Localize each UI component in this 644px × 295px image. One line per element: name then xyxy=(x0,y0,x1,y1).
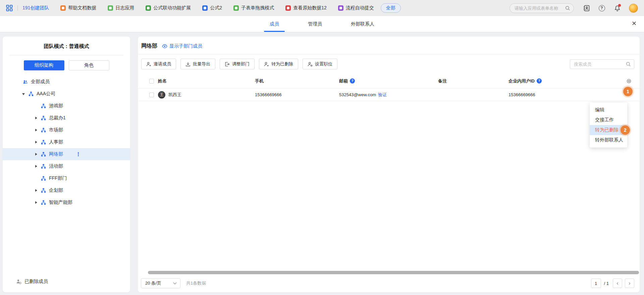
tree-item-aaa-company[interactable]: AAA公司 xyxy=(3,88,130,100)
tree-item-marketing-dept[interactable]: 市场部 xyxy=(3,124,130,136)
app-icon xyxy=(60,5,66,11)
column-settings[interactable] xyxy=(622,78,632,84)
set-position-label: 设置职位 xyxy=(315,61,332,67)
horizontal-scrollbar[interactable] xyxy=(148,271,639,274)
global-search[interactable] xyxy=(509,3,574,13)
caret-right-icon[interactable] xyxy=(35,165,38,168)
app-header: 191创建团队 帮助文档数据 日志应用 公式联动功能扩展 公式2 子表单拖拽模式 xyxy=(0,0,644,16)
batch-export-button[interactable]: 批量导出 xyxy=(180,59,215,69)
row-context-menu: 编辑 交接工作 转为已删除 转外部联系人 xyxy=(590,103,627,148)
set-position-button[interactable]: 设置职位 xyxy=(303,59,337,69)
menu-item-to-external-contact[interactable]: 转外部联系人 xyxy=(590,135,627,145)
user-id-help-icon[interactable]: ? xyxy=(537,78,542,83)
department-icon xyxy=(41,140,46,145)
caret-right-icon[interactable] xyxy=(35,140,38,144)
tree-item-network-dept[interactable]: 网络部 ⋮ xyxy=(3,148,130,160)
tree-item-label: AAA公司 xyxy=(37,91,55,97)
nav-item-label: 帮助文档数据 xyxy=(68,5,96,11)
app-icon xyxy=(108,5,113,11)
menu-item-handover-work[interactable]: 交接工作 xyxy=(590,115,627,125)
notification-bell-icon[interactable] xyxy=(613,4,621,12)
column-header-name: 姓名 xyxy=(158,78,255,84)
caret-down-icon[interactable] xyxy=(22,92,25,96)
nav-item-formula2[interactable]: 公式2 xyxy=(202,5,222,11)
app-icon xyxy=(338,5,343,11)
member-search-input[interactable] xyxy=(574,62,626,67)
members-panel-header: 网络部 显示子部门成员 xyxy=(138,37,640,54)
nav-item-subform-drag[interactable]: 子表单拖拽模式 xyxy=(233,5,274,11)
role-button[interactable]: 角色 xyxy=(69,60,109,70)
page-number-input[interactable]: 1 xyxy=(591,279,601,288)
tab-label: 管理员 xyxy=(308,21,322,27)
all-apps-pill[interactable]: 全部 xyxy=(381,3,401,13)
caret-right-icon[interactable] xyxy=(35,189,38,192)
tree-item-label: 智能产能部 xyxy=(49,199,72,205)
member-search[interactable] xyxy=(570,59,634,69)
tree-item-activity-dept[interactable]: 活动部 xyxy=(3,160,130,172)
row-checkbox[interactable] xyxy=(149,93,154,97)
verify-email-link[interactable]: 验证 xyxy=(378,92,387,98)
contacts-book-icon[interactable] xyxy=(583,4,590,12)
member-user-id: 15366669666 xyxy=(508,92,622,97)
member-row[interactable]: 王 凯西王 15366669666 532543@wew.com 验证 1536… xyxy=(138,88,640,101)
user-avatar[interactable] xyxy=(629,4,638,13)
app-grid-icon[interactable] xyxy=(6,5,13,11)
tab-members[interactable]: 成员 xyxy=(268,16,281,32)
caret-right-icon[interactable] xyxy=(35,153,38,156)
select-all-checkbox[interactable] xyxy=(149,79,154,83)
tree-item-all-members[interactable]: 全部成员 xyxy=(3,76,130,88)
person-plus-icon xyxy=(146,62,151,67)
nav-item-raw-data[interactable]: 查看原始数据12 xyxy=(285,5,327,11)
tree-item-hr-dept[interactable]: 人事部 xyxy=(3,136,130,148)
email-help-icon[interactable]: ? xyxy=(350,78,355,83)
nav-item-auto-submit[interactable]: 流程自动提交 xyxy=(338,5,374,11)
more-actions-icon[interactable]: ⋮ xyxy=(76,151,81,157)
move-to-deleted-button[interactable]: 转为已删除 xyxy=(259,59,298,69)
nav-item-log-app[interactable]: 日志应用 xyxy=(108,5,134,11)
deleted-members-label: 已删除成员 xyxy=(24,279,48,285)
step-badge-2: 2 xyxy=(621,125,630,135)
content-area: 团队模式：普通模式 组织架构 角色 全部成员 AAA xyxy=(0,32,644,295)
member-name: 凯西王 xyxy=(168,92,181,98)
prev-page-button[interactable]: ‹ xyxy=(613,279,622,288)
invite-member-button[interactable]: 邀请成员 xyxy=(141,59,176,69)
app-icon xyxy=(146,5,151,11)
tree-item-fff-dept[interactable]: FFF部门 xyxy=(3,172,130,184)
page-size-select[interactable]: 20 条/页 xyxy=(141,278,180,288)
column-header-user-id-label: 企业内用户ID xyxy=(508,78,535,84)
department-icon xyxy=(41,164,46,169)
global-search-input[interactable] xyxy=(515,6,565,11)
app-icon xyxy=(285,5,291,11)
caret-right-icon[interactable] xyxy=(35,128,38,132)
invite-member-label: 邀请成员 xyxy=(154,61,171,67)
help-icon[interactable]: ? xyxy=(598,4,605,12)
tree-item-game-dept[interactable]: 游戏部 xyxy=(3,100,130,112)
menu-item-edit[interactable]: 编辑 xyxy=(590,105,627,115)
members-toolbar: 邀请成员 批量导出 调整部门 xyxy=(138,54,640,74)
close-icon[interactable]: ✕ xyxy=(632,20,637,26)
org-structure-button[interactable]: 组织架构 xyxy=(24,60,64,70)
step-badge-1: 1 xyxy=(623,87,633,96)
nav-item-help-doc-data[interactable]: 帮助文档数据 xyxy=(60,5,96,11)
tree-item-label: FFF部门 xyxy=(49,175,67,181)
deleted-members-link[interactable]: 已删除成员 xyxy=(3,276,130,288)
caret-right-icon[interactable] xyxy=(35,116,38,120)
app-nav: 191创建团队 帮助文档数据 日志应用 公式联动功能扩展 公式2 子表单拖拽模式 xyxy=(22,5,374,11)
tab-external-contacts[interactable]: 外部联系人 xyxy=(349,16,376,32)
move-to-deleted-label: 转为已删除 xyxy=(271,61,293,67)
show-sub-department-link[interactable]: 显示子部门成员 xyxy=(162,43,202,49)
nav-item-create-team[interactable]: 191创建团队 xyxy=(22,5,49,11)
tree-item-planning-dept[interactable]: 企划部 xyxy=(3,184,130,196)
next-page-button[interactable]: › xyxy=(625,279,634,288)
department-icon xyxy=(41,188,46,193)
notification-dot xyxy=(618,4,621,7)
caret-right-icon[interactable] xyxy=(35,201,38,204)
adjust-department-button[interactable]: 调整部门 xyxy=(220,59,255,69)
section-tabs: 成员 管理员 外部联系人 ✕ xyxy=(0,16,644,32)
nav-item-label: 流程自动提交 xyxy=(346,5,374,11)
tab-admins[interactable]: 管理员 xyxy=(306,16,324,32)
nav-item-formula-linkage[interactable]: 公式联动功能扩展 xyxy=(146,5,191,11)
adjust-department-label: 调整部门 xyxy=(232,61,250,67)
tree-item-ceo-office[interactable]: 总裁办1 xyxy=(3,112,130,124)
tree-item-smart-capacity-dept[interactable]: 智能产能部 xyxy=(3,196,130,209)
